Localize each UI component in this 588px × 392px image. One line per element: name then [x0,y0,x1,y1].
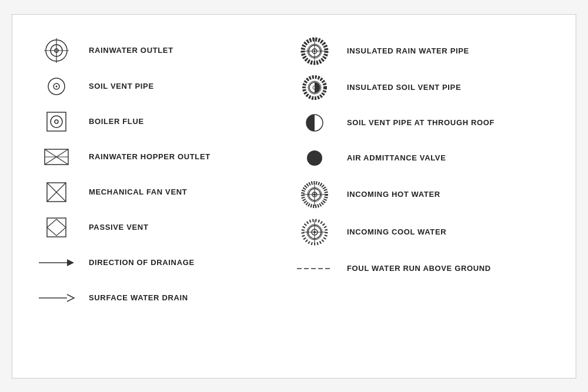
svg-point-35 [307,150,322,166]
list-item: BOILER FLUE [36,104,294,139]
list-item: AIR ADMITTANCE VALVE [294,140,552,176]
foul-water-run-label: FOUL WATER RUN ABOVE GROUND [347,264,491,273]
soil-vent-pipe-roof-label: SOIL VENT PIPE AT THROUGH ROOF [347,118,495,127]
list-item: SURFACE WATER DRAIN [36,280,294,316]
list-item: RAINWATER OUTLET [36,32,294,69]
incoming-cool-water-label: INCOMING COOL WATER [347,227,446,236]
svg-point-7 [56,85,58,87]
svg-rect-18 [47,218,66,237]
list-item: DIRECTION OF DRAINAGE [36,245,294,280]
legend-container: RAINWATER OUTLET SOIL VENT PIPE [12,14,576,378]
list-item: SOIL VENT PIPE [36,69,294,104]
direction-drainage-icon [36,257,77,268]
boiler-flue-label: BOILER FLUE [89,117,144,126]
rainwater-outlet-label: RAINWATER OUTLET [89,46,173,55]
rainwater-hopper-outlet-label: RAINWATER HOPPER OUTLET [89,152,211,161]
list-item: INCOMING HOT WATER [294,176,552,213]
svg-point-42 [313,193,316,196]
svg-point-9 [51,116,62,128]
insulated-soil-vent-pipe-icon [294,76,335,99]
mechanical-fan-vent-icon [36,181,77,203]
svg-point-49 [313,231,316,233]
surface-water-drain-icon [36,293,77,303]
left-column: RAINWATER OUTLET SOIL VENT PIPE [36,32,294,360]
boiler-flue-icon [36,110,77,133]
list-item: INCOMING COOL WATER [294,213,552,251]
passive-vent-icon [36,216,77,239]
rainwater-hopper-outlet-icon [36,148,77,166]
list-item: MECHANICAL FAN VENT [36,175,294,210]
incoming-cool-water-icon [294,219,335,245]
mechanical-fan-vent-label: MECHANICAL FAN VENT [89,187,187,196]
svg-marker-21 [67,259,74,266]
passive-vent-label: PASSIVE VENT [89,223,148,232]
direction-drainage-label: DIRECTION OF DRAINAGE [89,258,195,267]
soil-vent-pipe-roof-icon [294,113,335,133]
incoming-hot-water-icon [294,182,335,207]
list-item: RAINWATER HOPPER OUTLET [36,139,294,175]
insulated-soil-vent-pipe-label: INSULATED SOIL VENT PIPE [347,83,461,92]
soil-vent-pipe-label: SOIL VENT PIPE [89,82,154,91]
rainwater-outlet-icon [36,38,77,63]
list-item: FOUL WATER RUN ABOVE GROUND [294,251,552,286]
foul-water-run-icon [294,264,335,273]
list-item: SOIL VENT PIPE AT THROUGH ROOF [294,105,552,140]
list-item: PASSIVE VENT [36,210,294,245]
list-item: INSULATED RAIN WATER PIPE [294,32,552,70]
air-admittance-valve-label: AIR ADMITTANCE VALVE [347,153,446,162]
incoming-hot-water-label: INCOMING HOT WATER [347,190,440,199]
svg-point-10 [55,120,58,123]
right-column: INSULATED RAIN WATER PIPE INSULATED SOIL… [294,32,552,360]
air-admittance-valve-icon [294,149,335,167]
soil-vent-pipe-icon [36,76,77,97]
surface-water-drain-label: SURFACE WATER DRAIN [89,293,188,302]
svg-rect-8 [47,112,66,131]
list-item: INSULATED SOIL VENT PIPE [294,70,552,105]
insulated-rain-water-pipe-icon [294,38,335,64]
svg-marker-19 [47,219,66,236]
insulated-rain-water-pipe-label: INSULATED RAIN WATER PIPE [347,46,469,55]
